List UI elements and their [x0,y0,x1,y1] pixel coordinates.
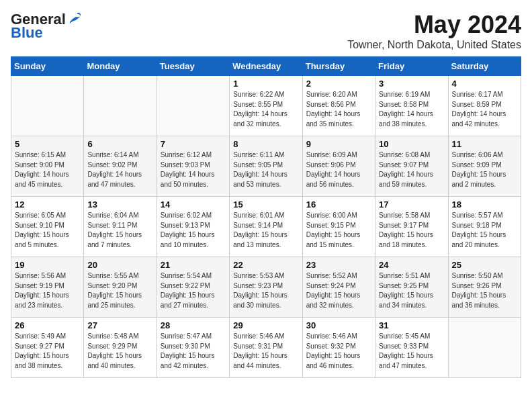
calendar-header-thursday: Thursday [302,57,375,76]
day-number: 18 [452,199,517,210]
calendar-day-31: 31Sunrise: 5:45 AM Sunset: 9:33 PM Dayli… [375,318,448,378]
day-number: 8 [233,139,298,149]
calendar-day-24: 24Sunrise: 5:51 AM Sunset: 9:25 PM Dayli… [375,257,448,318]
day-info: Sunrise: 6:17 AM Sunset: 8:59 PM Dayligh… [452,90,517,129]
day-number: 3 [379,79,444,89]
day-number: 22 [233,260,298,270]
calendar-day-28: 28Sunrise: 5:47 AM Sunset: 9:30 PM Dayli… [157,318,229,378]
day-number: 30 [306,320,371,330]
day-number: 12 [15,199,80,210]
calendar-day-14: 14Sunrise: 6:02 AM Sunset: 9:13 PM Dayli… [157,197,229,257]
calendar-header-monday: Monday [84,57,157,76]
location-title: Towner, North Dakota, United States [347,39,521,51]
day-number: 19 [15,260,80,270]
calendar-day-13: 13Sunrise: 6:04 AM Sunset: 9:11 PM Dayli… [84,197,157,257]
calendar-week-row: 1Sunrise: 6:22 AM Sunset: 8:55 PM Daylig… [11,76,521,136]
calendar-week-row: 19Sunrise: 5:56 AM Sunset: 9:19 PM Dayli… [11,257,521,318]
day-info: Sunrise: 6:20 AM Sunset: 8:56 PM Dayligh… [306,90,371,129]
day-info: Sunrise: 5:56 AM Sunset: 9:19 PM Dayligh… [15,271,80,310]
calendar-day-21: 21Sunrise: 5:54 AM Sunset: 9:22 PM Dayli… [157,257,229,318]
calendar-day-23: 23Sunrise: 5:52 AM Sunset: 9:24 PM Dayli… [302,257,375,318]
calendar-day-1: 1Sunrise: 6:22 AM Sunset: 8:55 PM Daylig… [230,76,302,136]
day-info: Sunrise: 5:46 AM Sunset: 9:31 PM Dayligh… [233,332,298,371]
logo: General Blue [11,11,82,42]
day-number: 27 [87,320,152,330]
calendar-day-6: 6Sunrise: 6:14 AM Sunset: 9:02 PM Daylig… [84,136,157,197]
logo-blue: Blue [11,24,43,42]
calendar-empty-cell [11,76,84,136]
day-number: 11 [452,139,517,149]
calendar-header-friday: Friday [375,57,448,76]
calendar-day-30: 30Sunrise: 5:46 AM Sunset: 9:32 PM Dayli… [302,318,375,378]
day-info: Sunrise: 5:51 AM Sunset: 9:25 PM Dayligh… [379,271,444,310]
day-info: Sunrise: 5:47 AM Sunset: 9:30 PM Dayligh… [161,332,226,371]
calendar-day-27: 27Sunrise: 5:48 AM Sunset: 9:29 PM Dayli… [84,318,157,378]
day-info: Sunrise: 6:22 AM Sunset: 8:55 PM Dayligh… [233,90,298,129]
day-number: 31 [379,320,444,330]
day-info: Sunrise: 5:50 AM Sunset: 9:26 PM Dayligh… [452,271,517,310]
day-info: Sunrise: 6:19 AM Sunset: 8:58 PM Dayligh… [379,90,444,129]
day-info: Sunrise: 5:52 AM Sunset: 9:24 PM Dayligh… [306,271,371,310]
month-title: May 2024 [347,11,521,39]
day-number: 26 [15,320,80,330]
title-area: May 2024 Towner, North Dakota, United St… [347,11,521,51]
calendar-day-15: 15Sunrise: 6:01 AM Sunset: 9:14 PM Dayli… [230,197,302,257]
day-number: 14 [161,199,226,210]
day-number: 24 [379,260,444,270]
day-info: Sunrise: 6:01 AM Sunset: 9:14 PM Dayligh… [233,211,298,250]
calendar-day-26: 26Sunrise: 5:49 AM Sunset: 9:27 PM Dayli… [11,318,84,378]
day-info: Sunrise: 6:05 AM Sunset: 9:10 PM Dayligh… [15,211,80,250]
calendar-day-18: 18Sunrise: 5:57 AM Sunset: 9:18 PM Dayli… [448,197,521,257]
day-number: 4 [452,79,517,89]
calendar-header-row: SundayMondayTuesdayWednesdayThursdayFrid… [11,57,521,76]
day-number: 20 [87,260,152,270]
day-info: Sunrise: 5:46 AM Sunset: 9:32 PM Dayligh… [306,332,371,371]
day-info: Sunrise: 6:11 AM Sunset: 9:05 PM Dayligh… [233,150,298,189]
day-info: Sunrise: 5:53 AM Sunset: 9:23 PM Dayligh… [233,271,298,310]
day-number: 23 [306,260,371,270]
calendar-empty-cell [84,76,157,136]
day-info: Sunrise: 5:55 AM Sunset: 9:20 PM Dayligh… [87,271,152,310]
calendar-day-2: 2Sunrise: 6:20 AM Sunset: 8:56 PM Daylig… [302,76,375,136]
calendar-day-29: 29Sunrise: 5:46 AM Sunset: 9:31 PM Dayli… [230,318,302,378]
day-info: Sunrise: 6:06 AM Sunset: 9:09 PM Dayligh… [452,150,517,189]
calendar-empty-cell [448,318,521,378]
calendar-day-19: 19Sunrise: 5:56 AM Sunset: 9:19 PM Dayli… [11,257,84,318]
day-info: Sunrise: 5:48 AM Sunset: 9:29 PM Dayligh… [87,332,152,371]
calendar-day-10: 10Sunrise: 6:08 AM Sunset: 9:07 PM Dayli… [375,136,448,197]
calendar-week-row: 12Sunrise: 6:05 AM Sunset: 9:10 PM Dayli… [11,197,521,257]
calendar-day-17: 17Sunrise: 5:58 AM Sunset: 9:17 PM Dayli… [375,197,448,257]
day-number: 17 [379,199,444,210]
day-number: 15 [233,199,298,210]
day-number: 29 [233,320,298,330]
calendar-day-9: 9Sunrise: 6:09 AM Sunset: 9:06 PM Daylig… [302,136,375,197]
day-number: 1 [233,79,298,89]
page-header: General Blue May 2024 Towner, North Dako… [11,11,521,51]
day-info: Sunrise: 6:00 AM Sunset: 9:15 PM Dayligh… [306,211,371,250]
calendar-header-tuesday: Tuesday [157,57,229,76]
day-info: Sunrise: 6:12 AM Sunset: 9:03 PM Dayligh… [161,150,226,189]
day-info: Sunrise: 6:04 AM Sunset: 9:11 PM Dayligh… [87,211,152,250]
day-info: Sunrise: 5:58 AM Sunset: 9:17 PM Dayligh… [379,211,444,250]
calendar-day-25: 25Sunrise: 5:50 AM Sunset: 9:26 PM Dayli… [448,257,521,318]
day-number: 21 [161,260,226,270]
calendar-header-sunday: Sunday [11,57,84,76]
calendar-day-7: 7Sunrise: 6:12 AM Sunset: 9:03 PM Daylig… [157,136,229,197]
calendar-day-12: 12Sunrise: 6:05 AM Sunset: 9:10 PM Dayli… [11,197,84,257]
calendar-week-row: 5Sunrise: 6:15 AM Sunset: 9:00 PM Daylig… [11,136,521,197]
calendar-header-saturday: Saturday [448,57,521,76]
day-number: 13 [87,199,152,210]
calendar-day-22: 22Sunrise: 5:53 AM Sunset: 9:23 PM Dayli… [230,257,302,318]
calendar-header-wednesday: Wednesday [230,57,302,76]
day-number: 25 [452,260,517,270]
day-info: Sunrise: 6:09 AM Sunset: 9:06 PM Dayligh… [306,150,371,189]
calendar-day-5: 5Sunrise: 6:15 AM Sunset: 9:00 PM Daylig… [11,136,84,197]
calendar-day-4: 4Sunrise: 6:17 AM Sunset: 8:59 PM Daylig… [448,76,521,136]
day-number: 2 [306,79,371,89]
day-info: Sunrise: 5:54 AM Sunset: 9:22 PM Dayligh… [161,271,226,310]
day-info: Sunrise: 6:14 AM Sunset: 9:02 PM Dayligh… [87,150,152,189]
day-number: 6 [87,139,152,149]
day-number: 16 [306,199,371,210]
calendar-day-8: 8Sunrise: 6:11 AM Sunset: 9:05 PM Daylig… [230,136,302,197]
day-number: 10 [379,139,444,149]
